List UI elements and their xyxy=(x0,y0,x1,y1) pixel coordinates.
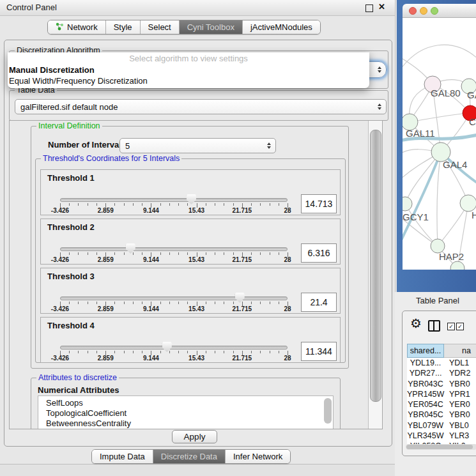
slider-tick xyxy=(88,203,88,206)
slider-tick xyxy=(251,302,252,304)
list-item[interactable]: BetweennessCentrality xyxy=(38,418,333,429)
slider-tick-label: -3.426 xyxy=(51,355,69,362)
tab-network[interactable]: Network xyxy=(48,20,106,34)
list-item[interactable]: SelfLoops xyxy=(38,396,333,408)
threshold-2-value-field[interactable]: 6.316 xyxy=(301,243,337,263)
slider-tick xyxy=(69,203,70,206)
network-edge[interactable] xyxy=(403,45,476,69)
tab-select[interactable]: Select xyxy=(141,20,180,34)
table-body: YDL19...YDL1 YDR27...YDR2 YBR043CYBR0 YP… xyxy=(407,358,476,444)
slider-tick-label: 21.715 xyxy=(233,355,252,362)
network-node-label: GA xyxy=(467,89,476,100)
slider-tick-label: 21.715 xyxy=(233,305,252,312)
table-row[interactable]: YBL079WYBL0 xyxy=(407,420,476,431)
threshold-2-slider[interactable]: -3.4262.8599.14415.4321.71528 xyxy=(60,242,288,264)
slider-tick xyxy=(215,302,215,304)
cell: YBR045C xyxy=(407,410,444,420)
tab-jactivemnodules[interactable]: jActiveMNodules xyxy=(243,20,320,34)
table-row[interactable]: YBR045CYBR0 xyxy=(407,410,476,420)
scrollbar-thumb[interactable] xyxy=(406,445,473,449)
table-row[interactable]: YDR27...YDR2 xyxy=(407,368,476,378)
network-node[interactable] xyxy=(403,197,412,211)
table-data-combobox[interactable]: galFiltered.sif default node xyxy=(15,99,387,114)
minimize-traffic-light[interactable] xyxy=(420,7,427,15)
slider-ticks xyxy=(60,302,288,307)
threshold-4-value-field[interactable]: 11.344 xyxy=(301,342,337,361)
list-item[interactable]: TopologicalCoefficient xyxy=(38,408,333,418)
slider-tick xyxy=(206,302,206,304)
table-header: shared... na xyxy=(407,344,476,358)
threshold-3-slider[interactable]: -3.4262.8599.14415.4321.71528 xyxy=(60,291,288,313)
dropdown-prompt-item[interactable]: Select algorithm to view settings xyxy=(8,52,369,65)
column-header-name[interactable]: na xyxy=(444,344,476,358)
network-edge[interactable] xyxy=(410,113,470,122)
slider-tick xyxy=(251,351,252,353)
list-scrollbar[interactable] xyxy=(324,398,332,424)
control-panel-titlebar: Control Panel ✕ xyxy=(0,0,395,16)
slider-track[interactable] xyxy=(60,198,288,202)
tab-label: Cyni Toolbox xyxy=(187,22,234,32)
slider-track[interactable] xyxy=(60,296,288,300)
slider-tick xyxy=(114,351,115,353)
network-node-label: GAL11 xyxy=(406,128,435,139)
dropdown-option-manual-discretization[interactable]: Manual Discretization xyxy=(8,65,369,75)
slider-tick xyxy=(224,203,224,206)
slider-tick xyxy=(187,351,188,353)
network-edge[interactable] xyxy=(437,152,441,246)
threshold-1-value-field[interactable]: 14.713 xyxy=(301,194,337,213)
slider-tick xyxy=(178,302,179,304)
gear-icon[interactable]: ⚙ xyxy=(410,316,422,330)
slider-tick xyxy=(160,302,161,304)
table-row[interactable]: YDL19...YDL1 xyxy=(407,358,476,368)
threshold-1-slider[interactable]: -3.4262.8599.14415.4321.71528 xyxy=(60,193,288,215)
threshold-4-slider[interactable]: -3.4262.8599.14415.4321.71528 xyxy=(60,341,288,362)
slider-tick xyxy=(142,203,142,206)
combo-arrows-icon xyxy=(267,142,271,149)
tab-cyni-toolbox[interactable]: Cyni Toolbox xyxy=(180,20,243,34)
split-columns-icon[interactable] xyxy=(428,320,440,332)
table-row[interactable]: YER054CYER0 xyxy=(407,399,476,410)
slider-tick xyxy=(142,351,142,353)
slider-tick xyxy=(133,302,134,304)
dropdown-option-equal-width[interactable]: Equal Width/Frequency Discretization xyxy=(8,75,369,86)
slider-tick-label: 2.859 xyxy=(98,355,114,362)
numerical-attributes-list[interactable]: SelfLoops TopologicalCoefficient Between… xyxy=(38,395,334,429)
close-traffic-light[interactable] xyxy=(409,7,417,15)
close-icon[interactable]: ✕ xyxy=(378,2,385,12)
network-node[interactable] xyxy=(450,261,464,270)
numerical-attributes-label: Numerical Attributes xyxy=(38,385,119,395)
column-header-shared-name[interactable]: shared... xyxy=(407,344,444,358)
slider-tick xyxy=(124,302,125,304)
table-row[interactable]: YLR345WYLR3 xyxy=(407,431,476,441)
network-canvas[interactable]: GAL80GACGAL11GAL4GCY1HHAP2 xyxy=(403,18,476,270)
slider-tick xyxy=(114,203,115,206)
apply-button[interactable]: Apply xyxy=(172,430,217,443)
threshold-3-value-field[interactable]: 21.4 xyxy=(301,293,337,312)
tab-impute-data[interactable]: Impute Data xyxy=(92,450,153,463)
float-window-icon[interactable] xyxy=(365,4,373,12)
vertical-scrollbar[interactable] xyxy=(368,121,382,429)
slider-tick-label: 28 xyxy=(284,305,291,312)
slider-track[interactable] xyxy=(60,247,288,251)
tab-discretize-data[interactable]: Discretize Data xyxy=(153,450,226,463)
checkbox-icon[interactable]: ✓ xyxy=(447,323,455,330)
slider-tick xyxy=(270,252,270,255)
network-window-titlebar[interactable] xyxy=(403,4,476,18)
scrollbar-thumb[interactable] xyxy=(370,130,381,402)
network-icon xyxy=(56,22,64,33)
tab-style[interactable]: Style xyxy=(106,20,141,34)
zoom-traffic-light[interactable] xyxy=(431,7,438,15)
checkbox-icon[interactable]: ✓ xyxy=(456,323,464,330)
tab-infer-network[interactable]: Infer Network xyxy=(226,450,290,463)
horizontal-scrollbar[interactable] xyxy=(406,444,476,450)
cyni-mode-tabbar: Impute Data Discretize Data Infer Networ… xyxy=(91,449,291,464)
threshold-label: Threshold 2 xyxy=(47,222,95,232)
table-row[interactable]: YBR043CYBR0 xyxy=(407,379,476,389)
slider-tick xyxy=(270,351,270,353)
number-of-intervals-combobox[interactable]: 5 xyxy=(119,138,276,153)
threshold-label: Threshold 4 xyxy=(47,321,95,330)
slider-track[interactable] xyxy=(60,346,288,349)
combo-value: galFiltered.sif default node xyxy=(20,102,118,112)
table-row[interactable]: YPR145WYPR1 xyxy=(407,389,476,399)
cyni-toolbox-panel: Discretization Algorithm Table Data galF… xyxy=(4,40,392,447)
